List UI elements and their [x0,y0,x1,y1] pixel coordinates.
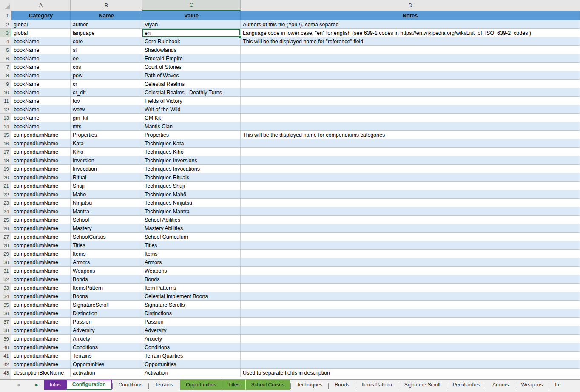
row-header[interactable]: 1 [0,11,11,20]
cell-category[interactable]: descriptionBlocName [11,369,71,377]
cell-category[interactable]: compendiumName [11,190,71,198]
cell-value[interactable]: Opportunities [142,360,241,368]
row-header[interactable]: 10 [0,88,11,96]
cell-value[interactable]: Activation [142,369,241,377]
cell-name[interactable]: Titles [71,241,142,249]
row-header[interactable]: 34 [0,292,11,300]
cell-notes[interactable] [241,309,580,317]
cell-value[interactable]: Shadowlands [142,46,241,54]
cell-category[interactable]: compendiumName [11,199,71,207]
cell-category[interactable]: compendiumName [11,267,71,275]
cell-name[interactable]: Shuji [71,182,142,190]
cell-name[interactable]: Inversion [71,156,142,164]
row-header[interactable]: 14 [0,122,11,130]
cell-category[interactable]: bookName [11,54,71,62]
cell-notes[interactable]: This will be the displayed name for comp… [241,131,580,139]
cell-name[interactable]: activation [71,369,142,377]
cell-name[interactable]: Distinction [71,309,142,317]
header-cell-notes[interactable]: Notes [241,11,580,20]
cell-name[interactable]: pow [71,71,142,79]
cell-name[interactable]: core [71,37,142,45]
cell-notes[interactable] [241,224,580,232]
cell-category[interactable]: bookName [11,97,71,105]
cell-name[interactable]: fov [71,97,142,105]
cell-value[interactable]: Techniques Mantra [142,207,241,215]
cell-notes[interactable] [241,250,580,258]
cell-notes[interactable] [241,326,580,334]
cell-notes[interactable] [241,97,580,105]
row-header[interactable]: 38 [0,326,11,334]
cell-value[interactable]: Core Rulebook [142,37,241,45]
cell-name[interactable]: author [71,20,142,28]
row-header[interactable]: 27 [0,233,11,241]
row-header[interactable]: 35 [0,301,11,309]
row-header[interactable]: 25 [0,216,11,224]
cell-value[interactable]: Emerald Empire [142,54,241,62]
cell-category[interactable]: compendiumName [11,335,71,343]
cell-category[interactable]: compendiumName [11,139,71,147]
cell-value[interactable]: Distinctions [142,309,241,317]
cell-name[interactable]: Ritual [71,173,142,181]
cell-value[interactable]: Anxiety [142,335,241,343]
row-header[interactable]: 39 [0,335,11,343]
tabs-scroll-left-icon[interactable]: ◀ [17,383,20,387]
column-header-c[interactable]: C [142,0,241,11]
cell-value[interactable]: Techniques Mahõ [142,190,241,198]
cell-value[interactable]: Writ of the Wild [142,105,241,113]
cell-notes[interactable] [241,88,580,96]
cell-name[interactable]: Anxiety [71,335,142,343]
cell-notes[interactable] [241,54,580,62]
row-header[interactable]: 13 [0,114,11,122]
cell-value[interactable]: Celestial Implement Boons [142,292,241,300]
cell-name[interactable]: Kiho [71,148,142,156]
cell-name[interactable]: Items [71,250,142,258]
cell-notes[interactable] [241,360,580,368]
cell-value[interactable]: Armors [142,258,241,266]
column-header-a[interactable]: A [11,0,71,11]
cell-category[interactable]: compendiumName [11,292,71,300]
cell-notes[interactable]: This will be the displayed name for "ref… [241,37,580,45]
cell-value[interactable]: Mastery Abilities [142,224,241,232]
row-header[interactable]: 37 [0,318,11,326]
row-header[interactable]: 21 [0,182,11,190]
sheet-tab-school-cursus[interactable]: School Cursus [246,380,290,390]
cell-value[interactable]: Mantis Clan [142,122,241,130]
row-header[interactable]: 31 [0,267,11,275]
cell-value[interactable]: Path of Waves [142,71,241,79]
sheet-tab-terrains[interactable]: Terrains [149,380,179,390]
header-cell-category[interactable]: Category [11,11,71,20]
cell-name[interactable]: Boons [71,292,142,300]
sheet-tab-bonds[interactable]: Bonds [329,380,355,390]
sheet-tab-infos[interactable]: Infos [44,380,66,390]
cell-category[interactable]: compendiumName [11,156,71,164]
cell-name[interactable]: cr_dlt [71,88,142,96]
cell-name[interactable]: Invocation [71,165,142,173]
row-header[interactable]: 4 [0,37,11,45]
cell-name[interactable]: Weapons [71,267,142,275]
cell-category[interactable]: bookName [11,63,71,71]
cell-category[interactable]: bookName [11,46,71,54]
cell-notes[interactable] [241,275,580,283]
sheet-tab-peculiarities[interactable]: Peculiarities [447,380,486,390]
cell-notes[interactable] [241,318,580,326]
header-cell-value[interactable]: Value [142,11,241,20]
cell-category[interactable]: bookName [11,105,71,113]
sheet-tab-conditions[interactable]: Conditions [113,380,148,390]
cell-value[interactable]: Techniques Rituals [142,173,241,181]
select-all-corner[interactable] [0,0,11,11]
cell-notes[interactable] [241,207,580,215]
cell-name[interactable]: Terrains [71,352,142,360]
row-header[interactable]: 16 [0,139,11,147]
sheet-tab-opportunities[interactable]: Opportunities [180,380,222,390]
cell-value[interactable]: Techniques Kihõ [142,148,241,156]
sheet-tab-armors[interactable]: Armors [487,380,515,390]
cell-value[interactable]: Fields of Victory [142,97,241,105]
cell-category[interactable]: compendiumName [11,165,71,173]
cell-category[interactable]: compendiumName [11,250,71,258]
sheet-tab-titles[interactable]: Titles [222,380,245,390]
cell-category[interactable]: compendiumName [11,309,71,317]
cell-notes[interactable] [241,182,580,190]
cell-notes[interactable] [241,80,580,88]
cell-category[interactable]: compendiumName [11,131,71,139]
cell-notes[interactable] [241,71,580,79]
